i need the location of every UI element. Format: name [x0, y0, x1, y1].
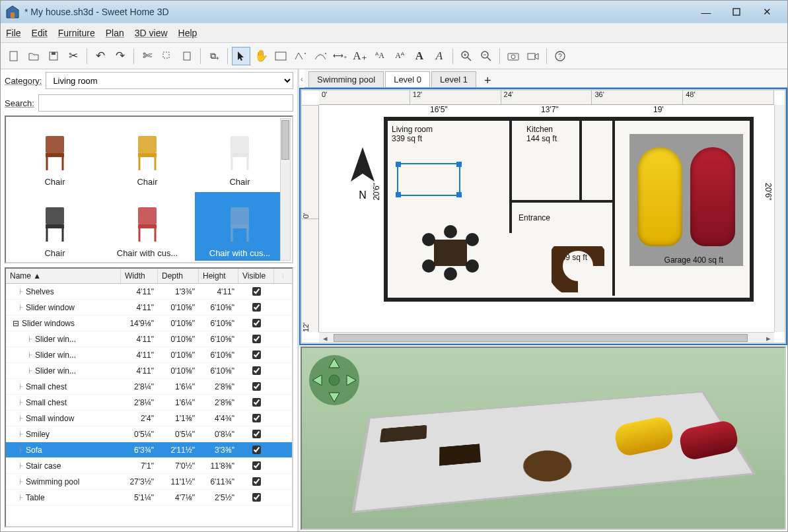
decrease-text-icon[interactable]: Aᴬ	[390, 47, 409, 65]
menu-furniture[interactable]: Furniture	[58, 28, 95, 38]
video-icon[interactable]	[524, 47, 542, 65]
svg-rect-31	[231, 136, 249, 153]
minimize-button[interactable]: —	[691, 1, 721, 22]
menu-file[interactable]: File	[6, 28, 21, 38]
zoom-in-icon[interactable]	[457, 47, 476, 65]
copy-icon[interactable]	[158, 47, 176, 65]
new-icon[interactable]	[5, 47, 23, 65]
plan-canvas[interactable]: N 16'5" 13'7" 19' 20'6" 20'6" Living roo…	[319, 105, 774, 332]
3d-view[interactable]	[301, 347, 786, 530]
furniture-catalog[interactable]: Chair Chair Chair Chair Chair with cus..…	[5, 116, 293, 263]
create-rooms-icon[interactable]	[291, 47, 310, 65]
zoom-out-icon[interactable]	[477, 47, 495, 65]
add-level-button[interactable]: +	[478, 74, 498, 87]
menu-3dview[interactable]: 3D view	[135, 28, 168, 38]
svg-rect-40	[138, 224, 157, 228]
table-row[interactable]: ⊦Small chest 2'8¼" 1'6¼" 2'8⅝"	[6, 395, 292, 411]
row-width: 6'3¾"	[121, 446, 158, 455]
col-name[interactable]: Name ▲	[6, 269, 121, 283]
open-icon[interactable]	[24, 47, 43, 65]
table-row[interactable]: ⊦Slider win... 4'11" 0'10⅝" 6'10⅝"	[6, 347, 292, 363]
maximize-button[interactable]	[721, 1, 752, 22]
create-walls-icon[interactable]	[271, 47, 290, 65]
row-depth: 0'10⅝"	[158, 303, 199, 312]
menu-plan[interactable]: Plan	[106, 28, 124, 38]
paste-icon[interactable]	[178, 47, 196, 65]
row-visible-checkbox[interactable]	[252, 287, 261, 296]
tab-swimming-pool[interactable]: Swimming pool	[308, 71, 384, 87]
table-row[interactable]: ⊦Slider win... 4'11" 0'10⅝" 6'10⅝"	[6, 331, 292, 347]
table-row[interactable]: ⊦Slider win... 4'11" 0'10⅝" 6'10⅝"	[6, 363, 292, 379]
row-visible-checkbox[interactable]	[252, 366, 261, 375]
ruler-top: 0'12'24'36'48'	[319, 90, 774, 105]
table-row[interactable]: ⊦Small chest 2'8¼" 1'6¼" 2'8⅝"	[6, 379, 292, 395]
row-visible-checkbox[interactable]	[252, 461, 261, 470]
help-icon[interactable]: ?	[551, 47, 569, 65]
row-visible-checkbox[interactable]	[252, 430, 261, 438]
catalog-item[interactable]: Chair	[10, 192, 100, 261]
tab-scroll-left[interactable]: ‹	[299, 70, 304, 87]
col-depth[interactable]: Depth	[158, 269, 199, 283]
plan-view[interactable]: 0'12'24'36'48' 0'12' N 16'5" 13'7" 19' 2…	[301, 89, 786, 344]
italic-icon[interactable]: A	[430, 47, 448, 65]
photo-icon[interactable]	[504, 47, 522, 65]
col-visible[interactable]: Visible	[238, 269, 274, 283]
undo-icon[interactable]: ↶	[91, 47, 110, 65]
add-furniture-icon[interactable]: ⧉₊	[205, 47, 223, 65]
row-width: 4'11"	[121, 287, 158, 296]
catalog-item[interactable]: Chair with cus...	[195, 192, 285, 261]
table-row[interactable]: ⊦Table 5'1¼" 4'7⅛" 2'5½"	[6, 490, 292, 506]
row-visible-checkbox[interactable]	[252, 493, 261, 502]
catalog-scrollbar[interactable]	[280, 118, 291, 261]
category-select[interactable]: Living room	[46, 72, 293, 89]
tab-level-1[interactable]: Level 1	[431, 71, 476, 87]
create-polyline-icon[interactable]	[311, 47, 330, 65]
row-visible-checkbox[interactable]	[252, 319, 261, 327]
row-visible-checkbox[interactable]	[252, 398, 261, 407]
close-button[interactable]: ✕	[752, 1, 782, 22]
save-icon[interactable]	[44, 47, 63, 65]
catalog-item[interactable]: Chair with cus...	[102, 192, 192, 261]
row-visible-checkbox[interactable]	[252, 446, 261, 454]
svg-marker-47	[351, 147, 375, 182]
table-row[interactable]: ⊦Slider window 4'11" 0'10⅝" 6'10⅝"	[6, 300, 292, 316]
furniture-table: Name ▲ Width Depth Height Visible ⊦Shelv…	[5, 267, 293, 527]
search-input[interactable]	[38, 94, 293, 112]
row-visible-checkbox[interactable]	[252, 477, 261, 486]
svg-line-12	[468, 57, 471, 61]
sofa-selection-box[interactable]	[397, 163, 460, 196]
cut-icon[interactable]: ✄	[138, 47, 157, 65]
table-row[interactable]: ⊦Swimming pool 27'3½" 11'1½" 6'11¾"	[6, 474, 292, 490]
col-height[interactable]: Height	[199, 269, 238, 283]
3d-navigation-pad[interactable]	[308, 354, 360, 406]
row-visible-checkbox[interactable]	[252, 414, 261, 422]
row-visible-checkbox[interactable]	[252, 382, 261, 391]
redo-icon[interactable]: ↷	[111, 47, 129, 65]
plan-scroll-v[interactable]	[774, 105, 785, 332]
create-text-icon[interactable]: A₊	[351, 47, 369, 65]
table-row[interactable]: ⊦Sofa 6'3¾" 2'11½" 3'3⅜"	[6, 442, 292, 458]
select-icon[interactable]	[232, 47, 250, 65]
bold-icon[interactable]: A	[410, 47, 429, 65]
tab-level-0[interactable]: Level 0	[385, 71, 430, 87]
catalog-item[interactable]: Chair	[102, 121, 192, 189]
row-name: Small chest	[26, 398, 67, 407]
row-visible-checkbox[interactable]	[252, 335, 261, 343]
row-visible-checkbox[interactable]	[252, 303, 261, 312]
plan-scroll-h[interactable]: ◂▸	[319, 332, 774, 343]
table-row[interactable]: ⊟ Slider windows 14'9⅛" 0'10⅝" 6'10⅝"	[6, 316, 292, 331]
preferences-icon[interactable]: ✂	[64, 47, 83, 65]
table-row[interactable]: ⊦Smiley 0'5¼" 0'5¼" 0'8¼"	[6, 426, 292, 442]
table-row[interactable]: ⊦Stair case 7'1" 7'0½" 11'8⅜"	[6, 458, 292, 474]
increase-text-icon[interactable]: ᴬA	[371, 47, 389, 65]
table-row[interactable]: ⊦Small window 2'4" 1'1⅜" 4'4¾"	[6, 411, 292, 426]
col-width[interactable]: Width	[121, 269, 158, 283]
row-visible-checkbox[interactable]	[252, 350, 261, 359]
pan-icon[interactable]: ✋	[252, 47, 270, 65]
catalog-item[interactable]: Chair	[195, 121, 285, 189]
create-dimensions-icon[interactable]: ⟷₊	[331, 47, 349, 65]
menu-edit[interactable]: Edit	[32, 28, 48, 38]
catalog-item[interactable]: Chair	[10, 121, 100, 189]
menu-help[interactable]: Help	[178, 28, 197, 38]
table-row[interactable]: ⊦Shelves 4'11" 1'3¾" 4'11"	[6, 284, 292, 300]
